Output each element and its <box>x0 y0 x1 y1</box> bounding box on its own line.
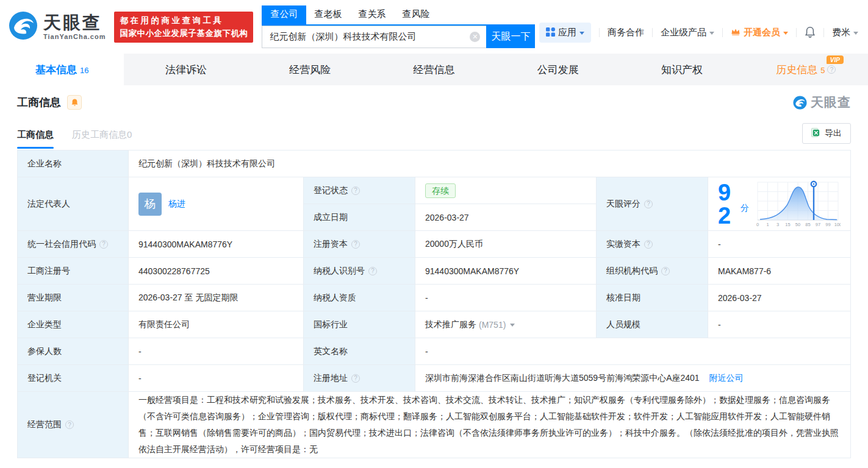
tab-operating-risk[interactable]: 经营风险 <box>248 54 372 85</box>
field-label: 登记状态? <box>304 177 415 204</box>
main-content: 工商信息 天眼查 工商信息 历史工商信息0 导出 企业名称 纪元创新（深圳）科技… <box>0 94 868 458</box>
staff-size-value: - <box>708 311 851 338</box>
slogan-banner: 都在用的商业查询工具 国家中小企业发展子基金旗下机构 <box>114 12 253 43</box>
enterprise-products-menu[interactable]: 企业级产品 <box>661 27 714 38</box>
chevron-down-icon <box>579 32 584 35</box>
reg-authority-value: - <box>129 365 304 392</box>
field-label: 法定代表人 <box>18 177 129 231</box>
search-tab-relation[interactable]: 查关系 <box>358 5 386 24</box>
nearby-companies-link[interactable]: 附近公司 <box>709 373 744 383</box>
subtab-history-business-info[interactable]: 历史工商信息0 <box>72 129 132 149</box>
avatar[interactable]: 杨 <box>138 193 162 216</box>
search-input[interactable] <box>262 26 486 48</box>
tab-company-development[interactable]: 公司发展 <box>496 54 620 85</box>
field-label: 统一社会信用代码? <box>18 231 129 258</box>
apps-grid-icon <box>546 27 555 38</box>
divider <box>722 28 723 37</box>
svg-text:3: 3 <box>777 222 779 227</box>
bell-icon <box>805 26 816 40</box>
search-button[interactable]: 天眼一下 <box>486 26 535 48</box>
field-label: 注册资本? <box>304 231 415 258</box>
search-tab-boss[interactable]: 查老板 <box>314 5 342 24</box>
slogan-line2: 国家中小企业发展子基金旗下机构 <box>120 28 248 39</box>
legal-rep-link[interactable]: 杨进 <box>168 199 185 210</box>
divider <box>796 28 797 37</box>
help-icon[interactable]: ? <box>644 200 653 208</box>
field-label: 纳税人识别号? <box>304 258 415 285</box>
open-vip-menu[interactable]: 开通会员 <box>731 27 788 38</box>
help-icon[interactable]: ? <box>351 374 360 383</box>
help-icon[interactable]: ? <box>827 65 836 74</box>
approval-date-value: 2026-03-27 <box>708 285 851 311</box>
tab-legal-litigation[interactable]: 法律诉讼 <box>124 54 248 85</box>
help-icon[interactable]: ? <box>99 240 108 249</box>
search-tab-risk[interactable]: 查风险 <box>402 5 429 24</box>
excel-icon <box>811 128 820 139</box>
reg-address-cell: 深圳市前海深港合作区南山街道听海大道5059号前海鸿荣源中心A座2401 附近公… <box>415 365 851 392</box>
svg-text:99: 99 <box>825 222 830 227</box>
score-cell: 92 分 <box>708 177 851 231</box>
credit-code-value: 91440300MAKAM8776Y <box>129 231 304 258</box>
search-area: 查公司 查老板 查关系 查风险 ✕ 天眼一下 <box>262 5 535 48</box>
divider <box>652 28 653 37</box>
field-label: 经营范围? <box>18 392 129 458</box>
tab-operating-info[interactable]: 经营信息 <box>372 54 496 85</box>
business-info-table: 企业名称 纪元创新（深圳）科技技术有限公司 法定代表人 杨 杨进 登记状态? 存… <box>17 150 851 458</box>
business-term-value: 2026-03-27 至 无固定期限 <box>129 285 304 311</box>
field-label: 登记机关 <box>18 365 129 392</box>
tab-intellectual-property[interactable]: 知识产权 <box>620 54 744 85</box>
crown-icon <box>731 27 741 38</box>
field-label: 实缴资本? <box>597 231 708 258</box>
reg-capital-value: 20000万人民币 <box>415 231 597 258</box>
industry-value: 技术推广服务 (M751) <box>415 311 597 338</box>
score-distribution-chart: 0 1 3 15 50 85 97 99 100 <box>754 179 841 229</box>
apps-label: 应用 <box>558 27 576 38</box>
reg-address-value: 深圳市前海深港合作区南山街道听海大道5059号前海鸿荣源中心A座2401 <box>425 373 700 383</box>
english-name-value: - <box>415 338 851 365</box>
company-nav-tabs: 基本信息 16 法律诉讼 经营风险 经营信息 公司发展 知识产权 VIP 历史信… <box>0 54 868 85</box>
svg-text:50: 50 <box>795 222 800 227</box>
help-icon[interactable]: ? <box>368 267 377 275</box>
apps-menu[interactable]: 应用 <box>539 23 591 43</box>
help-icon[interactable]: ? <box>644 240 653 249</box>
field-label: 注册地址? <box>304 365 415 392</box>
subscribe-bell-button[interactable] <box>67 95 82 110</box>
establish-date-value: 2026-03-27 <box>415 204 597 231</box>
field-label: 组织机构代码? <box>597 258 708 285</box>
svg-text:97: 97 <box>816 222 820 227</box>
svg-text:1: 1 <box>766 222 769 227</box>
taxpayer-quality-value: - <box>415 285 597 311</box>
table-row: 营业期限 2026-03-27 至 无固定期限 纳税人资质 - 核准日期 202… <box>18 285 851 311</box>
help-icon[interactable]: ? <box>65 420 74 429</box>
help-icon[interactable]: ? <box>351 240 360 249</box>
subtab-business-info[interactable]: 工商信息 <box>17 129 54 149</box>
field-label: 企业名称 <box>18 151 129 177</box>
slogan-line1: 都在用的商业查询工具 <box>120 15 248 26</box>
tianyancha-logo[interactable]: 天眼查 TianYanCha.com <box>9 11 106 43</box>
tab-history-info[interactable]: VIP 历史信息 5 ? <box>744 54 868 85</box>
divider <box>599 28 600 37</box>
tab-basic-info[interactable]: 基本信息 16 <box>0 54 124 85</box>
help-icon[interactable]: ? <box>351 186 360 195</box>
brand-name: 天眼查 <box>43 13 106 32</box>
chevron-down-icon[interactable] <box>510 324 515 327</box>
chevron-down-icon <box>853 32 858 35</box>
search-tab-company[interactable]: 查公司 <box>262 5 306 24</box>
divider <box>823 28 824 37</box>
export-button[interactable]: 导出 <box>802 123 851 144</box>
top-header: 天眼查 TianYanCha.com 都在用的商业查询工具 国家中小企业发展子基… <box>0 0 868 54</box>
reg-status-value: 存续 <box>415 177 597 204</box>
taxpayer-id-value: 91440300MAKAM8776Y <box>415 258 597 285</box>
field-label: 成立日期 <box>304 204 415 231</box>
help-icon[interactable]: ? <box>661 267 670 275</box>
legal-rep-cell: 杨 杨进 <box>129 177 304 231</box>
table-row: 法定代表人 杨 杨进 登记状态? 存续 天眼评分? 92 分 <box>18 177 851 204</box>
business-scope-value: 一般经营项目是：工程和技术研究和试验发展；技术服务、技术开发、技术咨询、技术交流… <box>129 392 851 458</box>
table-row: 企业名称 纪元创新（深圳）科技技术有限公司 <box>18 151 851 177</box>
field-label: 人员规模 <box>597 311 708 338</box>
business-cooperation-link[interactable]: 商务合作 <box>608 27 644 38</box>
user-account-menu[interactable]: 费米 <box>832 27 858 38</box>
svg-text:0: 0 <box>756 222 759 227</box>
table-row: 企业类型 有限责任公司 国标行业 技术推广服务 (M751) 人员规模 - <box>18 311 851 338</box>
notifications-bell[interactable] <box>805 26 816 40</box>
